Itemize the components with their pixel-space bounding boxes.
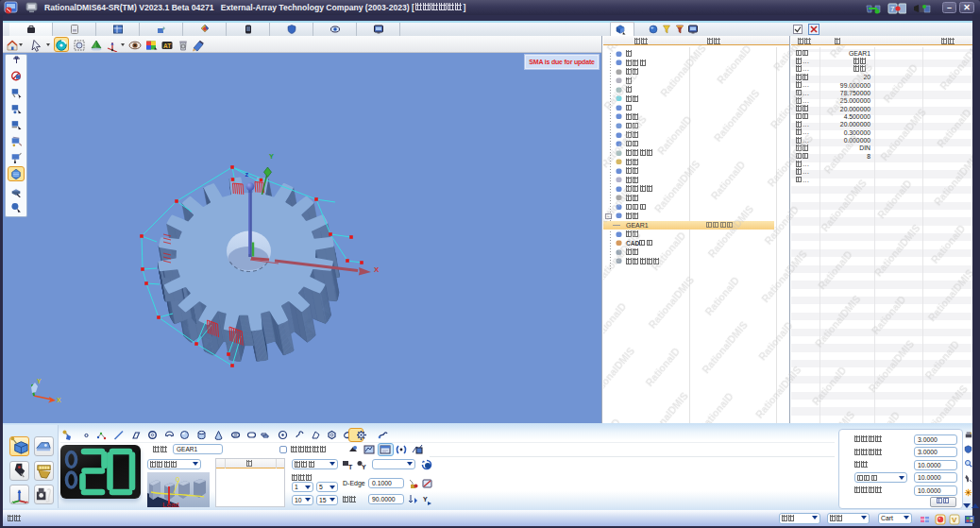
svg-text:Y: Y bbox=[269, 152, 274, 161]
svg-text:Y: Y bbox=[37, 378, 42, 384]
svg-text:X: X bbox=[374, 265, 380, 274]
svg-text:Lead: Lead bbox=[162, 501, 179, 508]
svg-text:V: V bbox=[952, 516, 957, 524]
svg-text:0: 0 bbox=[176, 475, 180, 484]
svg-text:AT: AT bbox=[163, 43, 171, 49]
svg-text:7: 7 bbox=[890, 5, 895, 13]
svg-text:z: z bbox=[245, 170, 249, 179]
svg-text:T: T bbox=[348, 464, 353, 470]
svg-text:Y: Y bbox=[423, 496, 428, 502]
svg-text:X: X bbox=[57, 397, 61, 403]
svg-text:Y: Y bbox=[362, 464, 366, 470]
